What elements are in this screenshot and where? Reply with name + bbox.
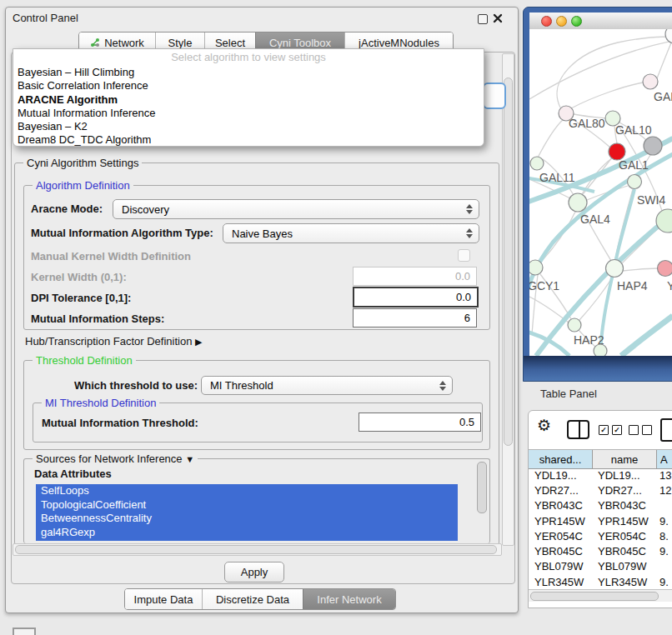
table-row[interactable]: YER054CYER054C8.	[529, 528, 672, 543]
network-node[interactable]	[606, 260, 624, 278]
network-node[interactable]	[656, 209, 672, 232]
data-attributes-list[interactable]: SelfLoopsTopologicalCoefficientBetweenne…	[36, 484, 458, 541]
deselect-all-columns-icon[interactable]	[629, 425, 652, 435]
group-legend: Threshold Definition	[33, 354, 136, 367]
table-row[interactable]: YBR045CYBR045C9.	[529, 543, 672, 558]
tab-impute-data[interactable]: Impute Data	[125, 589, 202, 609]
aracne-mode-select[interactable]: Discovery	[113, 199, 479, 219]
network-node[interactable]	[530, 157, 544, 170]
mi-algorithm-type-select[interactable]: Naive Bayes	[223, 223, 479, 243]
scrollbar-thumb[interactable]	[504, 78, 513, 446]
data-attribute-item[interactable]: TopologicalCoefficient	[36, 498, 458, 512]
network-node[interactable]	[569, 193, 587, 212]
table-header-row: shared...nameA	[529, 449, 672, 469]
column-header[interactable]: A	[657, 450, 672, 468]
column-header[interactable]: name	[593, 450, 657, 468]
table-cell: YBR043C	[592, 499, 655, 512]
close-traffic-light-icon[interactable]	[541, 16, 552, 27]
data-attribute-item[interactable]: BetweennessCentrality	[36, 512, 458, 526]
settings-vertical-scrollbar[interactable]	[502, 53, 514, 546]
table-row[interactable]: YLR345WYLR345W9.	[529, 574, 672, 589]
tab-label: Style	[168, 37, 193, 49]
table-row[interactable]: YBL079WYBL079W	[529, 559, 672, 574]
kernel-width-field[interactable]: 0.0	[353, 267, 477, 286]
algorithm-option[interactable]: Bayesian – K2	[13, 120, 484, 133]
which-threshold-label: Which threshold to use:	[74, 379, 198, 392]
network-node[interactable]	[628, 175, 642, 189]
table-row[interactable]: YDL19...YDL19...13	[529, 468, 672, 482]
zoom-traffic-light-icon[interactable]	[571, 16, 582, 27]
data-attribute-item[interactable]: gal4RGexp	[36, 526, 458, 540]
manual-kernel-width-checkbox[interactable]	[458, 249, 470, 262]
network-edge[interactable]	[538, 119, 564, 158]
tab-label: Discretize Data	[216, 593, 289, 606]
node-label: GAL80	[569, 117, 605, 130]
node-label: SWI4	[637, 193, 665, 207]
table-panel-title: Table Panel	[540, 388, 597, 400]
tab-infer-network[interactable]: Infer Network	[303, 589, 395, 609]
network-edge[interactable]	[621, 316, 672, 356]
network-node[interactable]	[644, 137, 662, 155]
threshold-definition-group: Threshold Definition Which threshold to …	[23, 360, 490, 450]
table-horizontal-scrollbar[interactable]	[529, 589, 672, 602]
apply-button[interactable]: Apply	[224, 562, 284, 582]
table-row[interactable]: YPR145WYPR145W9.	[529, 513, 672, 528]
sources-toggle[interactable]: Sources for Network Inference ▼	[33, 452, 198, 465]
network-node[interactable]	[594, 344, 607, 356]
algorithm-option[interactable]: Bayesian – Hill Climbing	[13, 66, 484, 79]
table-cell: 9.	[655, 545, 672, 558]
algorithm-option[interactable]: Mutual Information Inference	[13, 107, 484, 120]
minimize-traffic-light-icon[interactable]	[556, 16, 567, 27]
expanded-arrow-icon: ▼	[185, 454, 194, 464]
select-all-columns-icon[interactable]: ✓✓	[599, 425, 622, 435]
float-window-icon[interactable]	[478, 14, 488, 24]
node-label: GAL1	[619, 158, 649, 172]
export-table-icon[interactable]	[660, 418, 672, 442]
network-canvas[interactable]: GALGAL80GAL10GAL1GAL11SWI4GAL4GCY1HAP4YH…	[529, 29, 672, 356]
tab-label: Select	[215, 37, 245, 49]
algorithm-combo-fragment[interactable]	[483, 82, 506, 109]
mi-threshold-field[interactable]: 0.5	[359, 412, 481, 432]
close-icon[interactable]	[493, 13, 503, 23]
table-cell: 8.	[655, 530, 672, 542]
algorithm-option[interactable]: Basic Correlation Inference	[13, 79, 484, 92]
node-label: GAL10	[615, 123, 652, 137]
dpi-tolerance-field[interactable]: 0.0	[353, 287, 479, 308]
manual-kernel-width-label: Manual Kernel Width Definition	[31, 250, 191, 262]
network-node[interactable]	[665, 29, 672, 43]
network-node[interactable]	[529, 260, 543, 275]
algorithm-option[interactable]: ARACNE Algorithm	[13, 93, 484, 107]
table-cell: YBL079W	[592, 560, 655, 572]
mi-steps-field[interactable]: 6	[353, 308, 477, 328]
network-node[interactable]	[609, 143, 625, 160]
network-edge[interactable]	[657, 41, 672, 78]
table-cell: YPR145W	[592, 515, 655, 528]
table-row[interactable]: YDR27...YDR27...12	[529, 482, 672, 498]
aracne-mode-label: Aracne Mode:	[31, 202, 103, 215]
gear-icon[interactable]: ⚙	[537, 416, 551, 435]
attributes-scrollbar-thumb[interactable]	[477, 462, 487, 513]
network-node[interactable]	[643, 74, 658, 89]
data-attribute-item[interactable]: SelfLoops	[36, 484, 458, 498]
tab-label: Impute Data	[134, 593, 193, 606]
table-row[interactable]: YBR043CYBR043C	[529, 498, 672, 513]
tab-discretize-data[interactable]: Discretize Data	[202, 589, 303, 609]
network-window-titlebar[interactable]	[529, 12, 672, 30]
control-panel-window: Control Panel Network Style Select Cyni …	[5, 7, 519, 613]
scrollbar-thumb[interactable]	[530, 592, 659, 601]
scrollbar-thumb[interactable]	[15, 545, 497, 554]
algorithm-option[interactable]: Dream8 DC_TDC Algorithm	[13, 133, 484, 147]
which-threshold-select[interactable]: MI Threshold	[201, 376, 453, 395]
network-tab-icon	[90, 38, 100, 48]
hub-definition-toggle[interactable]: Hub/Transcription Factor Definition ▶	[25, 335, 202, 348]
group-legend: Algorithm Definition	[33, 179, 133, 192]
network-node[interactable]	[568, 318, 581, 332]
network-edge[interactable]	[571, 82, 644, 108]
minimized-panel-icon[interactable]	[13, 628, 36, 635]
network-edge[interactable]	[623, 268, 658, 271]
network-edge[interactable]	[529, 41, 672, 99]
split-columns-icon[interactable]	[567, 420, 589, 439]
network-node[interactable]	[658, 261, 672, 277]
settings-horizontal-scrollbar[interactable]	[13, 543, 502, 556]
column-header[interactable]: shared...	[529, 450, 593, 468]
